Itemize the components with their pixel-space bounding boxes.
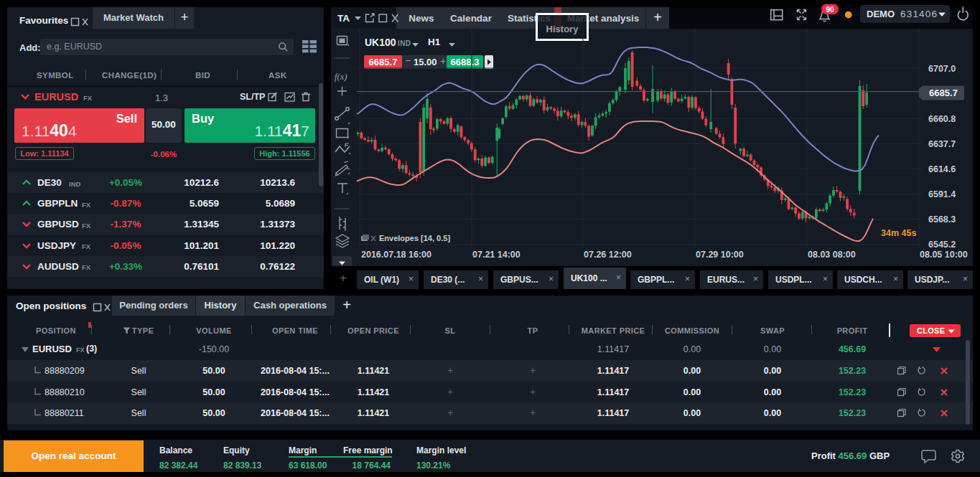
svg-text:Envelopes [14, 0.5]: Envelopes [14, 0.5] — [379, 234, 450, 242]
svg-text:6685.7: 6685.7 — [929, 88, 958, 98]
svg-text:2016.07.18 16:00: 2016.07.18 16:00 — [361, 250, 431, 260]
svg-text:90: 90 — [826, 5, 834, 14]
svg-text:6545.2: 6545.2 — [928, 240, 956, 250]
svg-text:34m 45s: 34m 45s — [881, 228, 916, 238]
svg-text:08.05 10:00: 08.05 10:00 — [920, 250, 968, 260]
svg-text:6591.4: 6591.4 — [928, 189, 956, 199]
svg-text:08.03 08:00: 08.03 08:00 — [808, 250, 856, 260]
svg-text:07.29 10:00: 07.29 10:00 — [696, 250, 744, 260]
svg-text:07.21 14:00: 07.21 14:00 — [472, 250, 521, 260]
svg-text:6707.0: 6707.0 — [928, 64, 956, 74]
svg-text:6614.6: 6614.6 — [928, 164, 956, 174]
svg-text:631406: 631406 — [900, 9, 938, 19]
svg-text:6660.8: 6660.8 — [928, 114, 956, 124]
svg-text:6637.7: 6637.7 — [928, 139, 956, 149]
svg-text:6568.3: 6568.3 — [928, 214, 956, 225]
svg-text:DEMO: DEMO — [867, 9, 895, 19]
svg-text:07.26 12:00: 07.26 12:00 — [584, 250, 632, 260]
